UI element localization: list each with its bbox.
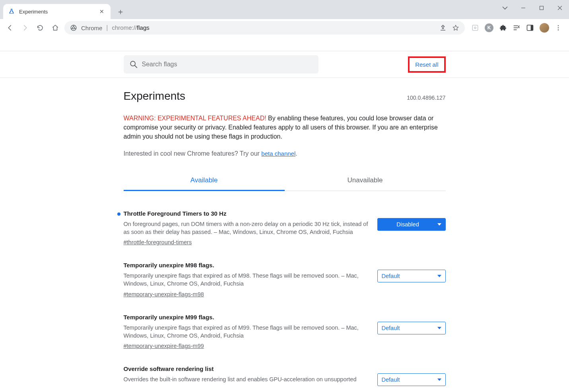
flag-description: Temporarily unexpire flags that expired … — [124, 324, 369, 340]
address-bar[interactable]: Chrome | chrome://flags — [64, 21, 465, 35]
new-tab-button[interactable]: ＋ — [115, 6, 126, 17]
svg-rect-4 — [472, 25, 478, 30]
side-panel-icon[interactable] — [526, 24, 534, 32]
window-controls — [496, 0, 569, 16]
browser-tab-strip: Experiments ✕ ＋ — [0, 0, 569, 19]
reload-button[interactable] — [34, 22, 46, 34]
window-minimize-button[interactable] — [514, 0, 532, 16]
omnibox-site-label: Chrome — [81, 25, 102, 31]
window-close-button[interactable] — [551, 0, 569, 16]
beta-channel-link[interactable]: beta channel — [261, 150, 295, 157]
profile-avatar[interactable] — [540, 23, 549, 33]
browser-tab[interactable]: Experiments ✕ — [3, 4, 111, 19]
site-chrome-icon — [70, 24, 77, 31]
chrome-version: 100.0.4896.127 — [407, 95, 445, 101]
tab-search-icon[interactable] — [496, 0, 514, 16]
flag-title: Throttle Foreground Timers to 30 Hz — [124, 210, 369, 217]
flag-row: Temporarily unexpire M98 flags.Temporari… — [124, 259, 446, 311]
browser-toolbar: Chrome | chrome://flags K — [0, 19, 569, 37]
page-heading-row: Experiments 100.0.4896.127 — [124, 90, 446, 102]
share-icon[interactable] — [439, 24, 447, 31]
svg-point-10 — [558, 29, 559, 31]
toolbar-extensions: K — [468, 23, 565, 33]
window-maximize-button[interactable] — [532, 0, 551, 16]
chrome-menu-icon[interactable] — [555, 24, 562, 31]
tab-available[interactable]: Available — [124, 171, 285, 191]
back-button[interactable] — [4, 22, 16, 34]
flag-anchor-link[interactable]: #temporary-unexpire-flags-m98 — [124, 291, 204, 297]
warning-text: WARNING: EXPERIMENTAL FEATURES AHEAD! By… — [124, 114, 446, 141]
browser-tab-title: Experiments — [19, 9, 98, 15]
flag-state-select[interactable]: Disabled — [377, 218, 446, 231]
flags-tabs: Available Unavailable — [124, 171, 446, 191]
svg-point-5 — [474, 27, 476, 29]
beta-period: . — [295, 150, 297, 157]
bookmark-star-icon[interactable] — [452, 24, 459, 31]
tab-unavailable[interactable]: Unavailable — [285, 171, 446, 191]
svg-point-9 — [558, 27, 559, 29]
flag-row: Temporarily unexpire M99 flags.Temporari… — [124, 311, 446, 363]
omnibox-separator: | — [106, 24, 108, 31]
flask-icon — [8, 8, 15, 15]
flags-search-row: Reset all — [0, 51, 569, 78]
extension-icon-k[interactable]: K — [485, 23, 493, 32]
svg-rect-7 — [531, 25, 533, 30]
reading-list-icon[interactable] — [513, 24, 520, 32]
home-button[interactable] — [49, 22, 61, 34]
page-title: Experiments — [124, 90, 186, 102]
svg-point-8 — [558, 25, 559, 26]
flags-content: Experiments 100.0.4896.127 WARNING: EXPE… — [124, 90, 446, 392]
search-flags-input[interactable] — [142, 61, 313, 68]
flag-anchor-link[interactable]: #throttle-foreground-timers — [124, 239, 192, 245]
beta-intro: Interested in cool new Chrome features? … — [124, 150, 262, 157]
flag-description: Overrides the built-in software renderin… — [124, 375, 369, 383]
flag-description: On foreground pages, run DOM timers with… — [124, 220, 369, 236]
extension-icon-1[interactable] — [471, 24, 479, 32]
flag-state-select[interactable]: Default — [377, 373, 446, 386]
extensions-puzzle-icon[interactable] — [499, 24, 507, 32]
svg-line-12 — [134, 66, 137, 68]
warning-heading: WARNING: EXPERIMENTAL FEATURES AHEAD! — [124, 115, 266, 122]
flag-row: Throttle Foreground Timers to 30 HzOn fo… — [124, 207, 446, 259]
flag-title: Temporarily unexpire M98 flags. — [124, 262, 369, 268]
search-flags-box[interactable] — [124, 55, 318, 73]
reset-all-button[interactable]: Reset all — [408, 56, 445, 73]
omnibox-url-path: flags — [137, 24, 150, 31]
flag-state-select[interactable]: Default — [377, 270, 446, 282]
omnibox-url-scheme: chrome:// — [112, 24, 137, 31]
page-scroll-area[interactable]: Reset all Experiments 100.0.4896.127 WAR… — [0, 51, 569, 392]
svg-rect-1 — [540, 6, 544, 10]
flag-title: Temporarily unexpire M99 flags. — [124, 314, 369, 321]
flag-title: Override software rendering list — [124, 365, 369, 372]
svg-point-3 — [72, 27, 74, 29]
flag-anchor-link[interactable]: #temporary-unexpire-flags-m99 — [124, 343, 204, 349]
flag-row: Override software rendering listOverride… — [124, 362, 446, 392]
flag-state-select[interactable]: Default — [377, 322, 446, 334]
beta-channel-line: Interested in cool new Chrome features? … — [124, 150, 446, 157]
flags-list: Throttle Foreground Timers to 30 HzOn fo… — [124, 207, 446, 392]
search-icon — [129, 60, 138, 69]
flag-description: Temporarily unexpire flags that expired … — [124, 272, 369, 288]
forward-button[interactable] — [19, 22, 31, 34]
tab-close-icon[interactable]: ✕ — [98, 7, 106, 16]
